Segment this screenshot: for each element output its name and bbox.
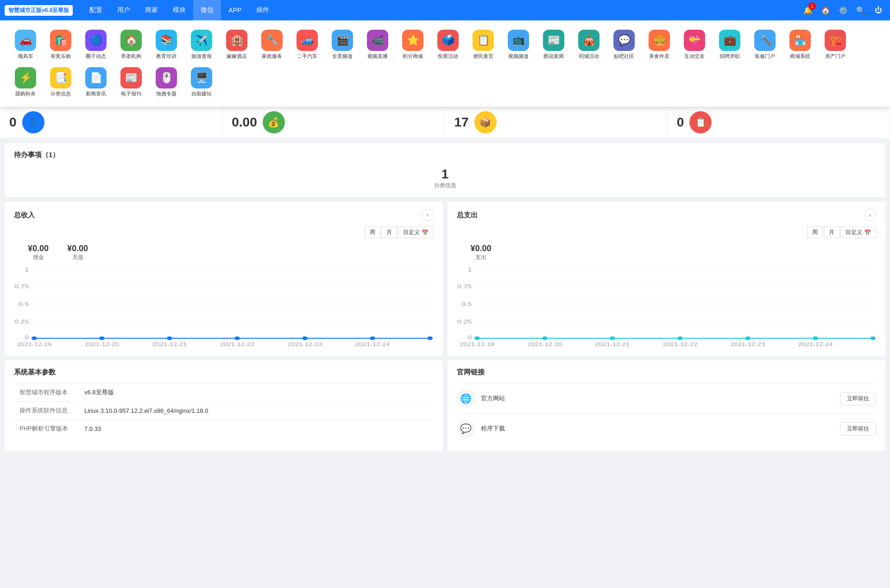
notification-btn[interactable]: 🔔 1	[801, 3, 815, 17]
module-label: 全景频道	[332, 53, 353, 60]
module-item-拖拽专题[interactable]: 🖱️ 拖拽专题	[150, 65, 183, 99]
svg-point-37	[745, 336, 751, 340]
module-item-商城系统[interactable]: 🏪 商城系统	[784, 28, 816, 62]
module-item-二手汽车[interactable]: 🚙 二手汽车	[291, 28, 323, 62]
income-week-btn[interactable]: 周	[365, 227, 380, 238]
nav-merchant[interactable]: 商家	[138, 0, 165, 20]
module-icon: ⭐	[402, 30, 423, 51]
todo-item-0: 1 分类信息	[14, 167, 876, 190]
expense-nav-btn[interactable]: ›	[864, 209, 876, 221]
settings-btn[interactable]: ⚙️	[836, 3, 850, 17]
income-custom-btn[interactable]: 目定义 📅	[398, 227, 434, 238]
module-item-互动交友[interactable]: 💝 互动交友	[678, 28, 711, 62]
param-value: Linux 3.10.0-957.12.2.el7.x86_64/nginx/1…	[79, 402, 434, 420]
bottom-row: 系统基本参数 智慧城市程序版本v6.8至尊版操作系统软件信息Linux 3.10…	[5, 360, 885, 451]
module-icon: 📑	[50, 67, 71, 89]
module-label: 便民黄页	[473, 53, 493, 60]
module-icon: 🔨	[754, 30, 776, 51]
module-item-贴吧社区[interactable]: 💬 贴吧社区	[608, 28, 640, 62]
module-item-团购秒杀[interactable]: ⚡ 团购秒杀	[9, 65, 42, 99]
module-item-圈子动态[interactable]: 🔵 圈子动态	[80, 28, 112, 62]
module-item-便民黄页[interactable]: 📋 便民黄页	[467, 28, 499, 62]
module-item-家政服务[interactable]: 🔧 家政服务	[256, 28, 288, 62]
module-item-投票活动[interactable]: 🗳️ 投票活动	[432, 28, 464, 62]
module-item-顺风车[interactable]: 🚗 顺风车	[9, 28, 42, 62]
nav-config[interactable]: 配置	[82, 0, 110, 20]
nav-module[interactable]: 模块	[165, 0, 193, 20]
module-item-有奖乐购[interactable]: 🛍️ 有奖乐购	[44, 28, 77, 62]
link-name: 程序下载	[481, 424, 835, 433]
module-item-分类信息[interactable]: 📑 分类信息	[44, 65, 77, 99]
module-label: 新闻资讯	[86, 90, 106, 97]
svg-text:2021-12-19: 2021-12-19	[17, 342, 52, 347]
expense-custom-btn[interactable]: 目定义 📅	[840, 227, 876, 238]
income-month-btn[interactable]: 月	[381, 227, 397, 238]
income-num-1: ¥0.00	[67, 244, 88, 253]
module-icon: 🔵	[85, 30, 107, 51]
svg-point-10	[32, 336, 37, 340]
income-nav-btn[interactable]: ›	[422, 209, 434, 221]
module-item-积分商城[interactable]: ⭐ 积分商城	[397, 28, 429, 62]
module-label: 家政服务	[262, 53, 282, 60]
official-links-card: 官网链接 🌐 官方网站 立即前往 💬 程序下载 立即前往	[448, 360, 886, 451]
module-icon: 🎪	[578, 30, 600, 51]
module-icon: 📄	[85, 67, 107, 89]
nav-wechat[interactable]: 微信	[193, 0, 221, 20]
module-item-房产门户[interactable]: 🏗️ 房产门户	[819, 28, 852, 62]
module-item-装修门户[interactable]: 🔨 装修门户	[749, 28, 781, 62]
module-icon: 📹	[367, 30, 388, 51]
module-item-美食外卖[interactable]: 🍔 美食外卖	[643, 28, 675, 62]
notification-badge: 1	[808, 2, 816, 10]
nav-app[interactable]: APP	[221, 0, 249, 20]
module-item-招聘求职[interactable]: 💼 招聘求职	[713, 28, 746, 62]
module-icon: 🚗	[15, 30, 36, 51]
svg-text:2021-12-23: 2021-12-23	[288, 342, 322, 347]
link-goto-btn[interactable]: 立即前往	[840, 392, 876, 405]
module-item-旅游度假[interactable]: ✈️ 旅游度假	[185, 28, 218, 62]
svg-text:0: 0	[25, 335, 29, 340]
module-item-同城活动[interactable]: 🎪 同城活动	[573, 28, 605, 62]
stat-2-icon: 📦	[474, 111, 497, 133]
module-label: 积分商城	[403, 53, 423, 60]
module-label: 互动交友	[684, 53, 705, 60]
module-item-视频频道[interactable]: 📺 视频频道	[502, 28, 535, 62]
svg-text:1: 1	[467, 267, 472, 272]
search-btn[interactable]: 🔍	[854, 3, 868, 17]
module-item-全景频道[interactable]: 🎬 全景频道	[326, 28, 359, 62]
expense-week-btn[interactable]: 周	[807, 227, 823, 238]
module-label: 贴吧社区	[614, 53, 634, 60]
param-key: 操作系统软件信息	[14, 402, 79, 420]
module-label: 图说新闻	[543, 53, 564, 60]
module-item-自助建站[interactable]: 🖥️ 自助建站	[185, 65, 218, 99]
module-item-嫁嫁酒店[interactable]: 🏨 嫁嫁酒店	[221, 28, 253, 62]
expense-month-btn[interactable]: 月	[824, 227, 840, 238]
income-chart-card: 总收入 › 周 月 目定义 📅 ¥0.00 佣金 ¥0.00 充值 1 0.75…	[5, 202, 443, 356]
svg-point-34	[542, 336, 548, 340]
module-item-视频直播[interactable]: 📹 视频直播	[361, 28, 394, 62]
svg-point-36	[677, 336, 683, 340]
link-name: 官方网站	[481, 394, 835, 403]
expense-chart-title: 总支出	[457, 211, 478, 220]
nav-plugin[interactable]: 插件	[249, 0, 277, 20]
module-label: 二手汽车	[297, 53, 317, 60]
link-icon: 💬	[457, 419, 475, 438]
power-btn[interactable]: ⏻	[871, 3, 885, 17]
expense-chart-header: 总支出 ›	[457, 209, 877, 221]
module-item-教育培训[interactable]: 📚 教育培训	[150, 28, 183, 62]
svg-point-35	[610, 336, 615, 340]
module-item-电子报刊[interactable]: 📰 电子报刊	[115, 65, 147, 99]
stat-3-value: 0	[677, 115, 684, 130]
system-params-table: 智慧城市程序版本v6.8至尊版操作系统软件信息Linux 3.10.0-957.…	[14, 383, 434, 437]
income-chart-header: 总收入 ›	[14, 209, 434, 221]
svg-text:2021-12-21: 2021-12-21	[595, 342, 630, 347]
module-item-图说新闻[interactable]: 📰 图说新闻	[537, 28, 570, 62]
module-item-养老机构[interactable]: 🏠 养老机构	[115, 28, 147, 62]
stat-1: 0.00 💰	[222, 107, 445, 138]
home-btn[interactable]: 🏠	[819, 3, 833, 17]
module-item-新闻资讯[interactable]: 📄 新闻资讯	[80, 65, 112, 99]
link-goto-btn[interactable]: 立即前往	[840, 422, 876, 436]
svg-point-14	[302, 336, 308, 340]
svg-text:2021-12-23: 2021-12-23	[730, 342, 765, 347]
nav-user[interactable]: 用户	[110, 0, 138, 20]
stat-0: 0 👤	[0, 107, 222, 138]
